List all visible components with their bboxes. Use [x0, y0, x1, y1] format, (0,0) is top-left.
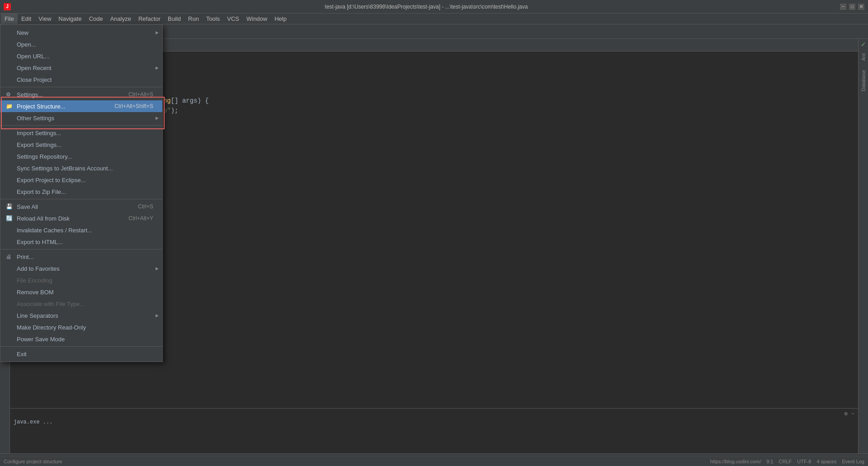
right-sidebar-tab-database[interactable]: Database: [859, 66, 868, 95]
menubar-item-help[interactable]: Help: [271, 14, 290, 24]
right-sidebar: ✓ AntDatabase: [858, 39, 868, 453]
menubar-item-edit[interactable]: Edit: [18, 14, 35, 24]
menu-label-associate_file_type: Associate with File Type...: [17, 301, 85, 307]
app-icon: J: [4, 3, 11, 10]
menu-item-remove_bom[interactable]: Remove BOM: [0, 286, 162, 298]
menu-item-close_project[interactable]: Close Project: [0, 74, 162, 85]
menu-separator: [0, 199, 162, 199]
status-line-ending: CRLF: [779, 459, 792, 464]
status-encoding: UTF-8: [797, 459, 811, 464]
menu-label-export_html: Export to HTML...: [17, 239, 63, 245]
menubar-item-tools[interactable]: Tools: [203, 14, 223, 24]
menu-icon-settings: ⚙: [6, 91, 11, 98]
window-title: test-java [d:\Users\83998\IdeaProjects\t…: [13, 4, 840, 10]
status-url: https://blog.usdini.com/: [710, 459, 761, 464]
menu-item-open[interactable]: Open...: [0, 38, 162, 50]
menu-label-open: Open...: [17, 41, 36, 48]
menubar-item-analyze[interactable]: Analyze: [107, 14, 135, 24]
menu-item-open_url[interactable]: Open URL...: [0, 50, 162, 62]
menu-item-print[interactable]: 🖨Print...: [0, 251, 162, 263]
menu-shortcut-save_all: Ctrl+S: [138, 203, 153, 210]
menu-icon-print: 🖨: [6, 254, 11, 260]
right-sidebar-tab-ant[interactable]: Ant: [859, 50, 868, 65]
menu-label-invalidate: Invalidate Caches / Restart...: [17, 227, 92, 234]
menu-label-settings_repo: Settings Repository...: [17, 153, 72, 160]
menu-item-make_readonly[interactable]: Make Directory Read-Only: [0, 321, 162, 333]
menu-separator: [0, 125, 162, 126]
status-position: 9:1: [766, 459, 773, 464]
terminal-settings-icon[interactable]: ⚙: [844, 410, 848, 417]
menu-shortcut-reload: Ctrl+Alt+Y: [128, 215, 153, 221]
check-icon: ✓: [861, 41, 866, 48]
status-bar: Configure project structure https://blog…: [0, 456, 868, 466]
status-message: Configure project structure: [4, 459, 62, 464]
menu-label-settings: Settings...: [17, 91, 43, 98]
menubar: FileEditViewNavigateCodeAnalyzeRefactorB…: [0, 14, 868, 24]
minimize-button[interactable]: −: [840, 4, 846, 10]
menu-item-export_html[interactable]: Export to HTML...: [0, 236, 162, 248]
terminal-area: ⚙ − java.exe ...: [10, 408, 858, 453]
menu-label-line_separators: Line Separators: [17, 312, 58, 319]
menu-shortcut-project_structure: Ctrl+Alt+Shift+S: [114, 103, 153, 109]
menu-icon-project_structure: 📁: [6, 103, 13, 109]
menu-label-export_zip: Export to Zip File...: [17, 188, 66, 195]
menubar-item-code[interactable]: Code: [85, 14, 107, 24]
menubar-item-vcs[interactable]: VCS: [223, 14, 243, 24]
menu-item-project_structure[interactable]: 📁Project Structure...Ctrl+Alt+Shift+S: [0, 100, 162, 112]
menu-label-sync_settings: Sync Settings to JetBrains Account...: [17, 165, 113, 172]
menu-label-save_all: Save All: [17, 203, 38, 210]
terminal-output: java.exe ...: [14, 419, 854, 425]
menu-separator: [0, 346, 162, 347]
menu-label-reload: Reload All from Disk: [17, 215, 70, 222]
menubar-item-run[interactable]: Run: [184, 14, 203, 24]
menu-label-power_save: Power Save Mode: [17, 336, 65, 343]
menu-item-save_all[interactable]: 💾Save AllCtrl+S: [0, 201, 162, 212]
menu-label-open_url: Open URL...: [17, 53, 49, 60]
menu-item-sync_settings[interactable]: Sync Settings to JetBrains Account...: [0, 162, 162, 174]
menu-item-open_recent[interactable]: Open Recent: [0, 62, 162, 74]
menu-item-settings[interactable]: ⚙Settings...Ctrl+Alt+S: [0, 89, 162, 100]
menu-item-exit[interactable]: Exit: [0, 348, 162, 360]
menu-label-open_recent: Open Recent: [17, 65, 52, 71]
menu-item-power_save[interactable]: Power Save Mode: [0, 333, 162, 345]
menu-item-settings_repo[interactable]: Settings Repository...: [0, 151, 162, 162]
menu-label-close_project: Close Project: [17, 76, 52, 83]
menubar-item-navigate[interactable]: Navigate: [55, 14, 85, 24]
menu-item-line_separators[interactable]: Line Separators: [0, 310, 162, 321]
menu-label-file_encoding: File Encoding: [17, 277, 52, 284]
menu-separator: [0, 249, 162, 249]
menubar-item-window[interactable]: Window: [243, 14, 271, 24]
status-spaces: 4 spaces: [816, 459, 836, 464]
menu-separator: [0, 87, 162, 87]
menu-item-reload[interactable]: 🔄Reload All from DiskCtrl+Alt+Y: [0, 212, 162, 224]
menu-label-make_readonly: Make Directory Read-Only: [17, 324, 86, 331]
menu-item-file_encoding: File Encoding: [0, 274, 162, 286]
menu-label-add_favorites: Add to Favorites: [17, 265, 60, 272]
maximize-button[interactable]: □: [849, 4, 855, 10]
close-button[interactable]: ✕: [858, 4, 864, 10]
menubar-item-view[interactable]: View: [35, 14, 55, 24]
menu-label-print: Print...: [17, 254, 34, 260]
terminal-minimize-icon[interactable]: −: [851, 411, 854, 417]
menu-label-exit: Exit: [17, 351, 27, 358]
menu-item-export_settings[interactable]: Export Settings...: [0, 139, 162, 151]
menu-label-remove_bom: Remove BOM: [17, 289, 54, 296]
menu-item-invalidate[interactable]: Invalidate Caches / Restart...: [0, 224, 162, 236]
menu-label-project_structure: Project Structure...: [17, 103, 66, 110]
status-event-log[interactable]: Event Log: [842, 459, 864, 464]
menu-icon-save_all: 💾: [6, 203, 13, 210]
menubar-item-build[interactable]: Build: [164, 14, 184, 24]
window-controls: − □ ✕: [840, 4, 864, 10]
menu-item-new[interactable]: New: [0, 27, 162, 38]
menu-item-export_zip[interactable]: Export to Zip File...: [0, 186, 162, 198]
menu-item-import_settings[interactable]: Import Settings...: [0, 127, 162, 139]
menu-icon-reload: 🔄: [6, 215, 13, 221]
menu-item-other_settings[interactable]: Other Settings: [0, 112, 162, 124]
menubar-item-file[interactable]: File: [1, 14, 18, 24]
file-menu-dropdown: NewOpen...Open URL...Open RecentClose Pr…: [0, 24, 163, 362]
menu-label-import_settings: Import Settings...: [17, 130, 61, 137]
menu-shortcut-settings: Ctrl+Alt+S: [128, 91, 153, 98]
menu-item-export_eclipse[interactable]: Export Project to Eclipse...: [0, 174, 162, 186]
menu-item-add_favorites[interactable]: Add to Favorites: [0, 263, 162, 274]
menubar-item-refactor[interactable]: Refactor: [135, 14, 164, 24]
